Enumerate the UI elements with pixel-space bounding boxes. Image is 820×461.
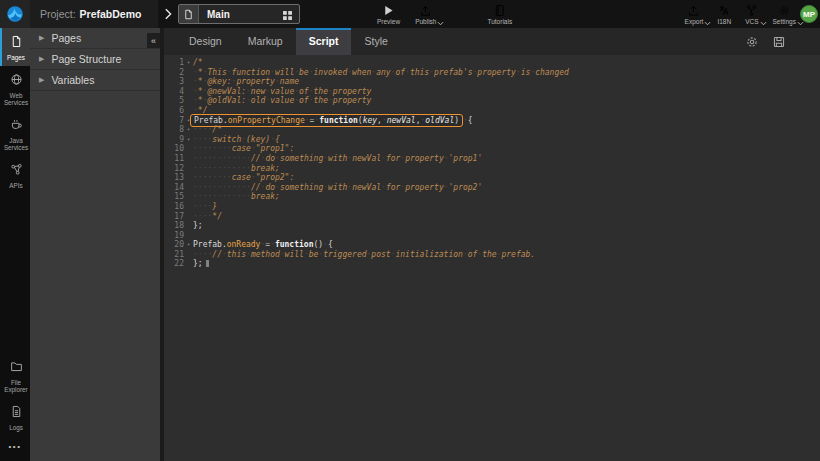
export-button[interactable]: Export bbox=[685, 4, 704, 25]
code-line-3[interactable]: 3·*·@key:·property·name bbox=[164, 77, 820, 87]
line-number: 18 bbox=[164, 221, 184, 231]
code-line-1[interactable]: 1▾/* bbox=[164, 58, 820, 68]
editor-tab-bar: DesignMarkupScriptStyle bbox=[164, 28, 820, 55]
wavemaker-logo[interactable] bbox=[0, 0, 30, 28]
code-line-content: ············//·do·something·with·newVal·… bbox=[193, 183, 482, 193]
code-line-19[interactable]: 19 bbox=[164, 231, 820, 241]
sidebar-item-logs[interactable]: Logs bbox=[0, 398, 30, 436]
folder-icon bbox=[10, 359, 23, 377]
chevron-right-icon: ▶ bbox=[39, 55, 44, 63]
action-label: Publish bbox=[415, 18, 436, 25]
save-button[interactable] bbox=[772, 35, 786, 49]
code-line-15[interactable]: 15············break; bbox=[164, 192, 820, 202]
code-line-content: ····/* bbox=[193, 125, 222, 135]
code-line-4[interactable]: 4·*·@newVal:·new·value·of·the·property bbox=[164, 87, 820, 97]
line-number: 14 bbox=[164, 183, 184, 193]
code-line-content: ········case·"prop2": bbox=[193, 173, 294, 183]
panel-section-pages[interactable]: ▶Pages bbox=[30, 28, 160, 49]
settings-button[interactable]: Settings bbox=[773, 4, 797, 25]
fold-marker-icon: ▾ bbox=[184, 125, 193, 135]
tab-markup[interactable]: Markup bbox=[235, 28, 296, 55]
logs-icon bbox=[10, 404, 23, 422]
fold-marker-icon: ▾ bbox=[184, 135, 193, 145]
gear-icon bbox=[745, 35, 759, 52]
code-line-11[interactable]: 11············//·do·something·with·newVa… bbox=[164, 154, 820, 164]
fold-gutter bbox=[184, 202, 193, 212]
line-number: 16 bbox=[164, 202, 184, 212]
tab-style[interactable]: Style bbox=[351, 28, 400, 55]
code-line-17[interactable]: 17····*/ bbox=[164, 212, 820, 222]
i18n-button[interactable]: I18N bbox=[717, 4, 731, 25]
fold-gutter bbox=[184, 154, 193, 164]
publish-button[interactable]: Publish bbox=[415, 4, 436, 25]
code-line-5[interactable]: 5·*·@oldVal:·old·value·of·the·property bbox=[164, 96, 820, 106]
topbar-center-actions: PreviewPublishTutorials bbox=[377, 1, 512, 28]
vcs-button[interactable]: VCS bbox=[745, 4, 758, 25]
code-line-13[interactable]: 13········case·"prop2": bbox=[164, 173, 820, 183]
fold-gutter bbox=[184, 231, 193, 241]
grid-icon[interactable] bbox=[281, 8, 294, 21]
sidebar-item-pages[interactable]: Pages bbox=[0, 28, 30, 66]
code-line-content: }; bbox=[193, 221, 203, 231]
sidebar-item-apis[interactable]: APIs bbox=[0, 156, 30, 194]
action-label: Settings bbox=[773, 18, 797, 25]
sidebar-item-java-services[interactable]: Java Services bbox=[0, 111, 30, 156]
code-line-20[interactable]: 20▾Prefab.onReady·=·function()·{ bbox=[164, 240, 820, 250]
code-line-16[interactable]: 16····} bbox=[164, 202, 820, 212]
editor-toolbar bbox=[745, 28, 786, 55]
tab-script[interactable]: Script bbox=[296, 28, 352, 55]
action-label: Tutorials bbox=[487, 18, 512, 25]
sidebar-item-label: Pages bbox=[7, 54, 25, 61]
code-line-7[interactable]: 7▾Prefab.onPropertyChange·=·function(key… bbox=[164, 116, 820, 126]
play-icon bbox=[382, 4, 395, 17]
code-line-content: Prefab.onReady·=·function()·{ bbox=[193, 240, 333, 250]
fold-gutter bbox=[184, 77, 193, 87]
line-number: 4 bbox=[164, 87, 184, 97]
page-tab-main[interactable]: Main bbox=[178, 4, 300, 24]
page-tab-label: Main bbox=[199, 9, 281, 20]
code-line-22[interactable]: 22}; bbox=[164, 259, 820, 269]
sidebar-item-web-services[interactable]: Web Services bbox=[0, 66, 30, 111]
line-number: 17 bbox=[164, 212, 184, 222]
panel-section-page-structure[interactable]: ▶Page Structure bbox=[30, 49, 160, 70]
coffee-icon bbox=[10, 117, 23, 135]
more-button[interactable]: ••• bbox=[0, 436, 30, 461]
code-line-12[interactable]: 12············break; bbox=[164, 164, 820, 174]
tutorials-button[interactable]: Tutorials bbox=[487, 4, 512, 25]
fold-gutter bbox=[184, 144, 193, 154]
action-label: Export bbox=[685, 18, 704, 25]
sidebar-item-label: Web Services bbox=[2, 92, 30, 106]
code-line-content: }; bbox=[193, 259, 209, 269]
code-line-10[interactable]: 10········case·"prop1": bbox=[164, 144, 820, 154]
line-number: 1 bbox=[164, 58, 184, 68]
panel-collapse-button[interactable]: « bbox=[147, 33, 160, 48]
chevron-right-icon bbox=[161, 7, 175, 21]
code-line-21[interactable]: 21····//·this·method·will·be·triggered·p… bbox=[164, 250, 820, 260]
code-editor[interactable]: 1▾/*2·*·This·function·will·be·invoked·wh… bbox=[164, 55, 820, 461]
preview-button[interactable]: Preview bbox=[377, 4, 400, 25]
top-bar: Project: PrefabDemo Main PreviewPublishT… bbox=[0, 0, 820, 28]
line-number: 2 bbox=[164, 68, 184, 78]
chevron-down-icon bbox=[760, 12, 767, 18]
code-line-content: ····*/ bbox=[193, 212, 222, 222]
line-number: 9 bbox=[164, 135, 184, 145]
code-line-content: ········case·"prop1": bbox=[193, 144, 294, 154]
gear-button[interactable] bbox=[745, 35, 759, 49]
line-number: 21 bbox=[164, 250, 184, 260]
code-line-content: ····} bbox=[193, 202, 217, 212]
code-line-2[interactable]: 2·*·This·function·will·be·invoked·when·a… bbox=[164, 68, 820, 78]
left-panel: « ▶Pages▶Page Structure▶Variables bbox=[30, 28, 160, 461]
fold-marker-icon: ▾ bbox=[184, 58, 193, 68]
gear-icon bbox=[778, 4, 791, 17]
fold-gutter bbox=[184, 87, 193, 97]
panel-section-variables[interactable]: ▶Variables bbox=[30, 70, 160, 91]
sidebar-item-file-explorer[interactable]: File Explorer bbox=[0, 353, 30, 398]
code-line-9[interactable]: 9▾····switch·(key)·{ bbox=[164, 135, 820, 145]
code-line-14[interactable]: 14············//·do·something·with·newVa… bbox=[164, 183, 820, 193]
code-line-18[interactable]: 18}; bbox=[164, 221, 820, 231]
tab-design[interactable]: Design bbox=[176, 28, 235, 55]
line-number: 5 bbox=[164, 96, 184, 106]
line-number: 19 bbox=[164, 231, 184, 241]
avatar[interactable]: MP bbox=[800, 5, 818, 23]
translate-icon bbox=[718, 4, 731, 17]
